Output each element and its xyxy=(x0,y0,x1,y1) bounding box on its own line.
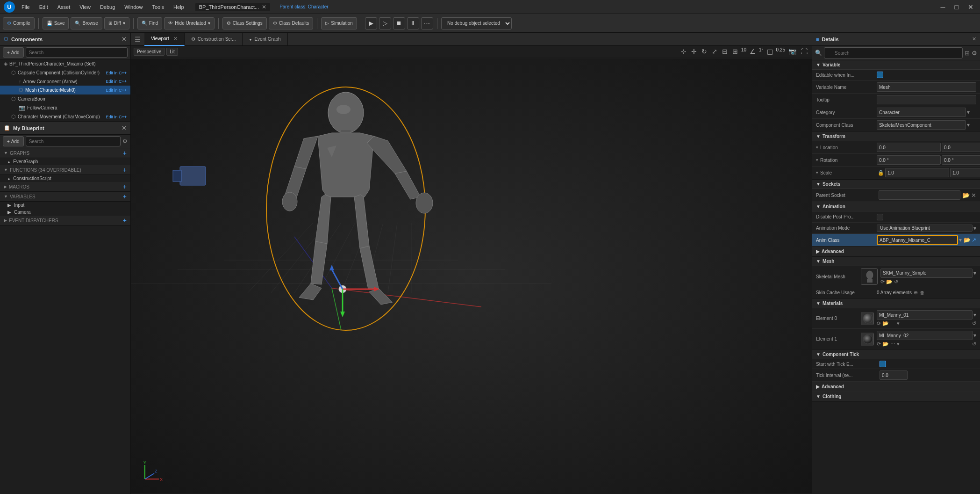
simulation-button[interactable]: ▷ Simulation xyxy=(321,17,357,29)
perspective-btn[interactable]: Perspective xyxy=(134,48,165,56)
snap-icon[interactable]: ⊟ xyxy=(721,47,729,56)
advanced-header[interactable]: ▶ Advanced xyxy=(812,247,980,256)
menu-edit[interactable]: Edit xyxy=(37,3,50,11)
tree-item-cameraboom[interactable]: ⬡ CameraBoom xyxy=(0,94,130,103)
scale-lock-btn[interactable]: 🔒 xyxy=(878,170,884,176)
var-camera-item[interactable]: ▶ Camera xyxy=(0,209,130,216)
anim-class-browse-btn[interactable]: 📂 xyxy=(964,237,971,243)
mybp-search[interactable] xyxy=(26,136,121,146)
angle-icon[interactable]: ∠ xyxy=(748,47,757,56)
mybp-close-btn[interactable]: ✕ xyxy=(122,124,127,131)
animation-mode-dropdown[interactable]: ▾ xyxy=(973,225,976,232)
play-button[interactable]: ▶ xyxy=(365,17,377,29)
browse-button[interactable]: 🔍 Browse xyxy=(71,17,102,29)
socket-clear-btn[interactable]: ✕ xyxy=(971,192,976,199)
var-input-item[interactable]: ▶ Input xyxy=(0,202,130,209)
mat1-browse-btn[interactable]: 📂 xyxy=(882,341,889,347)
mat0-dropdown2[interactable]: ▾ xyxy=(897,320,900,327)
scale-y-input[interactable] xyxy=(950,168,980,177)
mat1-dropdown2[interactable]: ▾ xyxy=(897,341,900,347)
tree-item-capsule[interactable]: ⬡ Capsule Component (CollisionCylinder) … xyxy=(0,68,130,77)
select-icon[interactable]: ⊹ xyxy=(680,47,688,56)
scale-icon[interactable]: ⤢ xyxy=(710,47,719,56)
mat1-dropdown[interactable]: ▾ xyxy=(973,332,976,339)
skeletal-mesh-dropdown[interactable]: ▾ xyxy=(973,270,976,276)
tree-item-followcamera[interactable]: 📷 FollowCamera xyxy=(0,103,130,112)
macros-add-btn[interactable]: + xyxy=(123,183,127,190)
component-tick-header[interactable]: ▼ Component Tick xyxy=(812,350,980,359)
arrow-edit-btn[interactable]: Edit in C++ xyxy=(106,79,127,84)
mat1-sync-btn[interactable]: ⟳ xyxy=(877,341,881,347)
socket-input[interactable] xyxy=(879,190,960,200)
document-tab[interactable]: BP_ThirdPersonCharact... ✕ xyxy=(195,3,270,11)
details-settings-icon[interactable]: ⚙ xyxy=(972,50,977,57)
component-class-input[interactable] xyxy=(877,120,966,130)
tab-close-btn[interactable]: ✕ xyxy=(262,4,266,10)
tab-viewport[interactable]: Viewport ✕ xyxy=(144,33,185,46)
skin-cache-del-btn[interactable]: 🗑 xyxy=(920,290,925,296)
close-btn[interactable]: ✕ xyxy=(965,3,976,11)
diff-button[interactable]: ⊞ Diff ▾ xyxy=(104,17,129,29)
tooltip-input[interactable] xyxy=(877,95,976,104)
find-button[interactable]: 🔍 Find xyxy=(137,17,162,29)
editable-checkbox[interactable] xyxy=(877,72,883,78)
tick-interval-input[interactable] xyxy=(880,370,908,380)
maximize-btn[interactable]: □ xyxy=(952,3,961,11)
start-tick-checkbox[interactable] xyxy=(880,361,886,367)
components-search[interactable] xyxy=(26,47,128,58)
details-filter-icon[interactable]: ⊞ xyxy=(965,50,970,57)
mesh-edit-btn[interactable]: Edit in C++ xyxy=(106,88,127,93)
materials-header[interactable]: ▼ Materials xyxy=(812,299,980,308)
anim-class-input[interactable] xyxy=(877,235,958,245)
dispatchers-add-btn[interactable]: + xyxy=(123,217,127,224)
graphs-add-btn[interactable]: + xyxy=(123,149,127,157)
menu-tools[interactable]: Tools xyxy=(150,3,166,11)
mat1-reset-btn[interactable]: ↺ xyxy=(972,341,976,347)
scale-x-input[interactable] xyxy=(885,168,949,177)
menu-debug[interactable]: Debug xyxy=(98,3,117,11)
functions-section[interactable]: ▼ FUNCTIONS (34 OVERRIDABLE) + xyxy=(0,165,130,175)
loc-x-input[interactable] xyxy=(877,143,941,152)
tree-item-charmovement[interactable]: ⬡ Character Movement (CharMoveComp) Edit… xyxy=(0,112,130,121)
rotation-expand[interactable]: ▾ xyxy=(816,158,818,162)
capsule-edit-btn[interactable]: Edit in C++ xyxy=(106,71,127,75)
save-button[interactable]: 💾 Save xyxy=(43,17,69,29)
mat1-input[interactable] xyxy=(877,331,973,340)
mesh-section-header[interactable]: ▼ Mesh xyxy=(812,257,980,266)
tree-item-self[interactable]: ◈ BP_ThirdPersonCharacter_Mixamo (Self) xyxy=(0,59,130,68)
mat0-input[interactable] xyxy=(877,310,973,320)
maximize-vp-icon[interactable]: ⛶ xyxy=(800,47,809,56)
stop-button[interactable]: ⏹ xyxy=(393,17,405,29)
charmovement-edit-btn[interactable]: Edit in C++ xyxy=(106,115,127,119)
skin-cache-add-btn[interactable]: ⊕ xyxy=(914,290,918,296)
mat0-sync-btn[interactable]: ⟳ xyxy=(877,320,881,327)
event-dispatchers-section[interactable]: ▶ EVENT DISPATCHERS + xyxy=(0,216,130,225)
scale-expand[interactable]: ▾ xyxy=(816,170,818,175)
rotate-icon[interactable]: ↻ xyxy=(700,47,708,56)
scale-snap-icon[interactable]: ◫ xyxy=(765,47,774,56)
anim-class-dropdown[interactable]: ▾ xyxy=(959,237,962,243)
variables-section[interactable]: ▼ VARIABLES + xyxy=(0,192,130,202)
details-search-input[interactable] xyxy=(824,47,963,58)
debug-select[interactable]: No debug object selected xyxy=(441,17,512,29)
components-add-btn[interactable]: + Add xyxy=(3,47,24,58)
sockets-header[interactable]: ▼ Sockets xyxy=(812,180,980,189)
transform-header[interactable]: ▼ Transform xyxy=(812,132,980,141)
mat1-more-btn[interactable]: ⋯ xyxy=(890,341,895,347)
category-input[interactable] xyxy=(877,108,966,117)
functions-add-btn[interactable]: + xyxy=(123,166,127,174)
mat0-browse-btn[interactable]: 📂 xyxy=(882,320,889,327)
mat0-dropdown[interactable]: ▾ xyxy=(973,312,976,318)
tree-item-mesh[interactable]: ⬡ Mesh (CharacterMesh0) Edit in C++ xyxy=(0,86,130,94)
mybp-settings-icon[interactable]: ⚙ xyxy=(122,138,128,145)
viewport[interactable]: Perspective Lit ⊹ ✛ ↻ ⤢ ⊟ ⊞ 10 ∠ 1° ◫ 0.… xyxy=(131,46,812,494)
tab-hamburger[interactable]: ☰ xyxy=(131,36,144,43)
variables-add-btn[interactable]: + xyxy=(123,193,127,200)
construction-script-item[interactable]: ⬥ ConstructionScript xyxy=(0,175,130,182)
tab-viewport-close[interactable]: ✕ xyxy=(173,36,178,42)
menu-view[interactable]: View xyxy=(78,3,93,11)
anim-class-goto-btn[interactable]: ↗ xyxy=(972,237,976,243)
mat0-more-btn[interactable]: ⋯ xyxy=(890,320,895,327)
clothing-header[interactable]: ▼ Clothing xyxy=(812,392,980,401)
sm-copy-btn[interactable]: ⟳ xyxy=(880,279,885,285)
